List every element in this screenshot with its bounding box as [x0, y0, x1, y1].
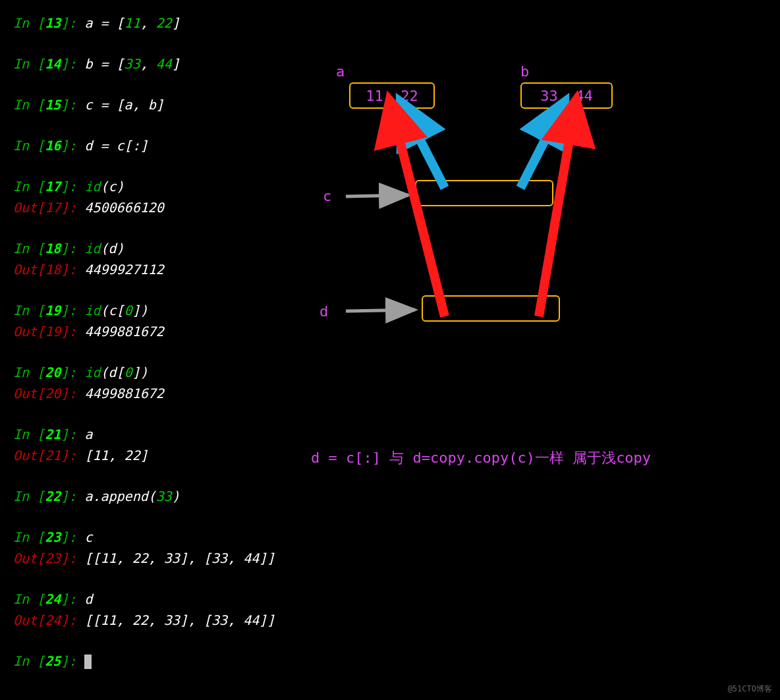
- out-line: Out[17]: 4500666120: [13, 198, 329, 218]
- in-line: In [16]: d = c[:]: [13, 136, 329, 156]
- in-line: In [14]: b = [33, 44]: [13, 54, 329, 74]
- box-c: [415, 180, 553, 206]
- out-line: Out[21]: [11, 22]: [13, 446, 329, 465]
- in-line: In [18]: id(d): [13, 239, 329, 258]
- watermark: @51CTO博客: [728, 684, 772, 695]
- diagram-arrows: [310, 59, 771, 455]
- in-line: In [19]: id(c[0]): [13, 301, 329, 320]
- label-a: a: [336, 63, 345, 80]
- svg-line-4: [346, 310, 415, 311]
- ipython-terminal[interactable]: In [13]: a = [11, 22]In [14]: b = [33, 4…: [0, 0, 329, 671]
- label-b: b: [520, 63, 529, 80]
- in-line: In [22]: a.append(33): [13, 486, 329, 506]
- in-line: In [21]: a: [13, 424, 329, 444]
- in-line: In [20]: id(d[0]): [13, 363, 329, 382]
- cursor[interactable]: [84, 655, 92, 669]
- in-line: In [24]: d: [13, 589, 329, 609]
- box-b: 33, 44: [520, 82, 613, 109]
- svg-line-5: [408, 117, 445, 188]
- out-line: Out[24]: [[11, 22, 33], [33, 44]]: [13, 610, 329, 630]
- in-line: In [15]: c = [a, b]: [13, 95, 329, 115]
- out-line: Out[20]: 4499881672: [13, 384, 329, 403]
- in-line: In [25]:: [13, 651, 329, 671]
- out-line: Out[23]: [[11, 22, 33], [33, 44]]: [13, 548, 329, 568]
- in-line: In [23]: c: [13, 527, 329, 547]
- svg-line-7: [394, 117, 445, 316]
- box-d: [422, 295, 560, 322]
- label-c: c: [323, 188, 331, 204]
- svg-line-6: [520, 117, 557, 188]
- svg-line-8: [539, 117, 573, 316]
- out-line: Out[19]: 4499881672: [13, 322, 329, 341]
- in-line: In [17]: id(c): [13, 177, 329, 196]
- box-a: 11, 22: [349, 82, 435, 109]
- out-line: Out[18]: 4499927112: [13, 260, 329, 279]
- svg-line-3: [346, 195, 408, 196]
- label-d: d: [320, 303, 328, 320]
- in-line: In [13]: a = [11, 22]: [13, 13, 329, 33]
- explanation-text: d = c[:] 与 d=copy.copy(c)一样 属于浅copy: [311, 448, 651, 468]
